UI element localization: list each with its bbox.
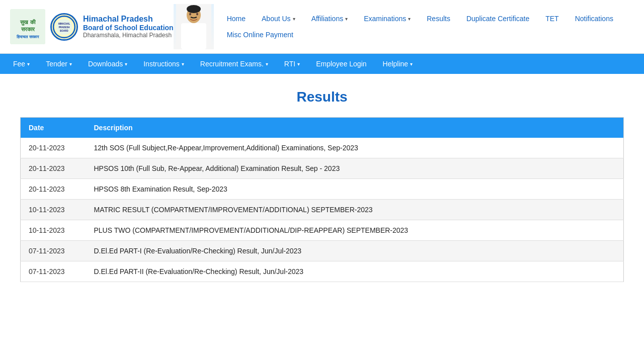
results-table: Date Description 20-11-202312th SOS (Ful…: [20, 117, 624, 282]
navbar-rti[interactable]: RTI ▾: [276, 54, 308, 74]
cell-date: 07-11-2023: [21, 241, 86, 261]
cell-description[interactable]: D.El.Ed PART-I (Re-Evaluation/Re-Checkin…: [86, 241, 624, 261]
recruitment-caret: ▾: [266, 61, 268, 67]
table-header-row: Date Description: [21, 118, 624, 138]
page-title: Results: [20, 89, 624, 105]
svg-text:सरकार: सरकार: [21, 26, 35, 32]
cell-date: 20-11-2023: [21, 138, 86, 158]
svg-point-12: [187, 5, 201, 13]
svg-rect-13: [181, 23, 206, 49]
table-row[interactable]: 20-11-2023HPSOS 10th (Full Sub, Re-Appea…: [21, 158, 624, 179]
cell-description[interactable]: HPSOS 8th Examination Result, Sep-2023: [86, 179, 624, 200]
instructions-caret: ▾: [182, 61, 184, 67]
sukh-sarkar-logo: सुख की सरकार हिमाचल सरकार: [10, 9, 45, 44]
svg-text:HIMACHAL: HIMACHAL: [58, 22, 70, 25]
cell-date: 10-11-2023: [21, 220, 86, 241]
cell-description[interactable]: PLUS TWO (COMPARTMENT/IMPROVEMENT/ADDITI…: [86, 220, 624, 241]
column-description: Description: [86, 118, 624, 138]
nav-results[interactable]: Results: [419, 11, 458, 27]
rti-caret: ▾: [297, 61, 300, 67]
navbar-tender[interactable]: Tender ▾: [38, 54, 80, 74]
nav-affiliations[interactable]: Affiliations ▾: [303, 11, 356, 27]
svg-text:PRADESH: PRADESH: [59, 26, 70, 28]
about-caret: ▾: [293, 16, 295, 22]
navbar-instructions[interactable]: Instructions ▾: [135, 54, 192, 74]
nav-about[interactable]: About Us ▾: [254, 11, 303, 27]
cell-date: 10-11-2023: [21, 200, 86, 220]
results-tbody: 20-11-202312th SOS (Full Subject,Re-Appe…: [21, 138, 624, 282]
nav-misc-payment[interactable]: Misc Online Payment: [219, 27, 301, 43]
table-row[interactable]: 07-11-2023D.El.Ed PART-I (Re-Evaluation/…: [21, 241, 624, 261]
politician-image: [174, 4, 214, 49]
nav-tet[interactable]: TET: [537, 11, 567, 27]
cell-date: 20-11-2023: [21, 158, 86, 179]
navbar-recruitment-exams[interactable]: Recruitment Exams. ▾: [192, 54, 276, 74]
top-nav: Home About Us ▾ Affiliations ▾ Examinati…: [214, 11, 634, 43]
header-text: Himachal Pradesh Board of School Educati…: [83, 15, 174, 39]
cell-date: 07-11-2023: [21, 261, 86, 282]
nav-duplicate-certificate[interactable]: Duplicate Certificate: [458, 11, 537, 27]
examinations-caret: ▾: [408, 16, 411, 22]
header-logo: सुख की सरकार हिमाचल सरकार HIMACHAL PRADE…: [10, 9, 174, 44]
cell-description[interactable]: 12th SOS (Full Subject,Re-Appear,Improve…: [86, 138, 624, 158]
svg-point-14: [189, 13, 191, 16]
fee-caret: ▾: [27, 61, 30, 67]
navbar-employee-login[interactable]: Employee Login: [308, 54, 374, 74]
nav-examinations[interactable]: Examinations ▾: [356, 11, 419, 27]
table-row[interactable]: 10-11-2023PLUS TWO (COMPARTMENT/IMPROVEM…: [21, 220, 624, 241]
svg-text:सुख की: सुख की: [20, 19, 36, 26]
nav-home[interactable]: Home: [219, 11, 254, 27]
table-header: Date Description: [21, 118, 624, 138]
table-row[interactable]: 20-11-2023HPSOS 8th Examination Result, …: [21, 179, 624, 200]
helpline-caret: ▾: [410, 61, 413, 67]
cell-description[interactable]: HPSOS 10th (Full Sub, Re-Appear, Additio…: [86, 158, 624, 179]
table-row[interactable]: 10-11-2023MATRIC RESULT (COMPARTMENT/IMP…: [21, 200, 624, 220]
cell-date: 20-11-2023: [21, 179, 86, 200]
cell-description[interactable]: MATRIC RESULT (COMPARTMENT/IMPROVEMENT/A…: [86, 200, 624, 220]
navbar-fee[interactable]: Fee ▾: [5, 54, 38, 74]
nav-notifications[interactable]: Notifications: [567, 11, 621, 27]
board-title2: Board of School Education: [83, 24, 174, 32]
navbar-downloads[interactable]: Downloads ▾: [80, 54, 135, 74]
affiliations-caret: ▾: [345, 16, 348, 22]
column-date: Date: [21, 118, 86, 138]
emblem-logo: HIMACHAL PRADESH BOARD: [50, 13, 78, 41]
svg-point-15: [196, 13, 198, 16]
header: सुख की सरकार हिमाचल सरकार HIMACHAL PRADE…: [0, 0, 644, 54]
board-title3: Dharamshala, Himachal Pradesh: [83, 32, 174, 39]
board-title1: Himachal Pradesh: [83, 15, 174, 24]
navbar-helpline[interactable]: Helpline ▾: [375, 54, 421, 74]
downloads-caret: ▾: [125, 61, 127, 67]
blue-navbar: Fee ▾ Tender ▾ Downloads ▾ Instructions …: [0, 54, 644, 74]
main-content: Results Date Description 20-11-202312th …: [0, 74, 644, 297]
svg-text:BOARD: BOARD: [60, 29, 68, 32]
table-row[interactable]: 20-11-202312th SOS (Full Subject,Re-Appe…: [21, 138, 624, 158]
table-row[interactable]: 07-11-2023D.El.Ed PART-II (Re-Evaluation…: [21, 261, 624, 282]
tender-caret: ▾: [69, 61, 72, 67]
cell-description[interactable]: D.El.Ed PART-II (Re-Evaluation/Re-Checki…: [86, 261, 624, 282]
svg-text:हिमाचल सरकार: हिमाचल सरकार: [16, 34, 39, 39]
